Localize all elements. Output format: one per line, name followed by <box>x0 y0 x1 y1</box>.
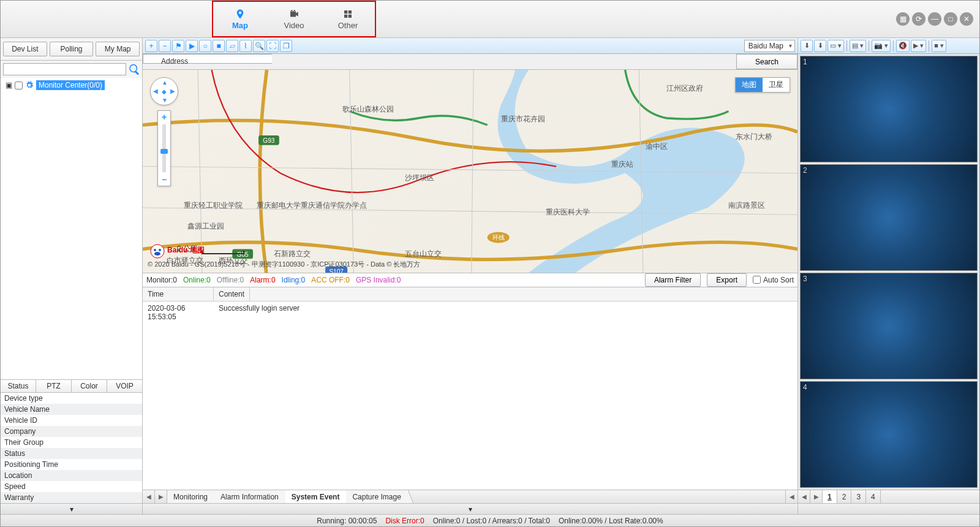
vtabs-scroll-left-icon[interactable]: ◀ <box>798 490 810 503</box>
vtab-1[interactable]: 1 <box>823 490 837 503</box>
tool-line-icon[interactable]: ⌇ <box>239 40 252 52</box>
proptab-color[interactable]: Color <box>72 380 107 392</box>
svg-text:江州区政府: 江州区政府 <box>666 84 703 93</box>
minimize-icon[interactable]: — <box>928 12 941 26</box>
map-pan-control[interactable]: ▲ ▼ ◀ ▶ <box>150 77 178 105</box>
vtab-3[interactable]: 3 <box>851 490 866 503</box>
tool-zoom-icon[interactable]: 🔍 <box>253 40 265 52</box>
video-cell-3[interactable]: 3 <box>800 273 978 379</box>
device-tree[interactable]: ▣ Monitor Center(0/0) <box>1 78 142 379</box>
property-list: Device type Vehicle Name Vehicle ID Comp… <box>1 393 142 503</box>
svg-text:重庆医科大学: 重庆医科大学 <box>546 208 590 216</box>
vid-mute-icon[interactable]: 🔇 <box>896 40 910 52</box>
alarm-filter-button[interactable]: Alarm Filter <box>645 273 701 287</box>
tab-monitoring[interactable]: Monitoring <box>167 490 214 503</box>
pan-down-icon[interactable]: ▼ <box>162 97 168 104</box>
close-icon[interactable]: ✕ <box>960 12 973 26</box>
svg-text:石新路立交: 石新路立交 <box>274 249 311 258</box>
map-provider-select[interactable]: Baidu Map <box>744 40 795 52</box>
vid-stop-icon[interactable]: ■ ▾ <box>932 40 946 52</box>
pan-left-icon[interactable]: ◀ <box>153 88 158 94</box>
tree-expand-icon[interactable]: ▣ <box>6 81 12 89</box>
sync-icon[interactable]: ⟳ <box>912 12 925 26</box>
tree-root-node[interactable]: ▣ Monitor Center(0/0) <box>6 80 137 90</box>
proptab-ptz[interactable]: PTZ <box>36 380 72 392</box>
tool-rect-icon[interactable]: ■ <box>213 40 225 52</box>
svg-text:南滨路景区: 南滨路景区 <box>728 201 765 210</box>
search-button[interactable]: Search <box>736 54 797 69</box>
video-cell-2[interactable]: 2 <box>800 164 978 271</box>
vid-screen-icon[interactable]: ▭ ▾ <box>827 40 844 52</box>
vid-layout-icon[interactable]: ▤ ▾ <box>850 40 866 52</box>
vid-down1-icon[interactable]: ⬇ <box>801 40 813 52</box>
export-button[interactable]: Export <box>707 273 747 287</box>
map-type-satellite[interactable]: 卫星 <box>763 78 790 92</box>
svg-text:鑫源工业园: 鑫源工业园 <box>187 222 224 230</box>
tool-polygon-icon[interactable]: ▱ <box>226 40 238 52</box>
svg-text:环线: 环线 <box>492 234 505 241</box>
tool-add-icon[interactable]: + <box>145 40 157 52</box>
pan-right-icon[interactable]: ▶ <box>170 88 175 94</box>
address-input[interactable] <box>143 54 272 64</box>
tab-other[interactable]: Other <box>321 2 375 36</box>
window-controls: ▦ ⟳ — □ ✕ <box>896 12 973 26</box>
video-cell-4[interactable]: 4 <box>800 381 978 488</box>
pan-up-icon[interactable]: ▲ <box>162 79 168 86</box>
tabs-scroll-left-icon[interactable]: ◀ <box>143 490 155 503</box>
tab-other-label: Other <box>338 21 358 30</box>
center-collapse-icon[interactable]: ▾ <box>143 503 797 514</box>
tab-devlist[interactable]: Dev List <box>3 42 47 56</box>
prop-row: Location <box>1 470 142 481</box>
right-footer <box>798 503 979 514</box>
tool-circle-icon[interactable]: ○ <box>199 40 211 52</box>
tab-system-event[interactable]: System Event <box>285 490 347 503</box>
tool-flag-icon[interactable]: ⚑ <box>172 40 184 52</box>
tab-map[interactable]: Map <box>213 2 267 36</box>
col-content[interactable]: Content <box>214 287 250 301</box>
map-zoom-control[interactable]: + − <box>157 110 171 186</box>
zoom-in-icon[interactable]: + <box>158 111 170 123</box>
tabs-scroll-right-icon[interactable]: ▶ <box>155 490 167 503</box>
left-collapse-icon[interactable]: ▾ <box>1 503 142 514</box>
vtab-2[interactable]: 2 <box>837 490 852 503</box>
maximize-icon[interactable]: □ <box>944 12 957 26</box>
zoom-slider[interactable] <box>162 124 166 172</box>
vtab-4[interactable]: 4 <box>866 490 881 503</box>
vid-down2-icon[interactable]: ⬇ <box>814 40 826 52</box>
center-panel: + − ⚑ ▶ ○ ■ ▱ ⌇ 🔍 ⛶ ❐ Baidu Map Address … <box>143 38 798 514</box>
tabs-scroll-left2-icon[interactable]: ◀ <box>785 490 797 503</box>
tool-fullscreen-icon[interactable]: ⛶ <box>266 40 279 52</box>
tree-root-checkbox[interactable] <box>15 82 23 89</box>
status-gps: GPS Invalid:0 <box>356 276 401 284</box>
table-row[interactable]: 2020-03-06 15:53:05 Successfully login s… <box>143 301 797 324</box>
event-table: Time Content 2020-03-06 15:53:05 Success… <box>143 287 797 490</box>
tab-capture-image[interactable]: Capture Image <box>346 490 407 503</box>
vid-camera-icon[interactable]: 📷 ▾ <box>872 40 891 52</box>
tab-alarm-info[interactable]: Alarm Information <box>214 490 285 503</box>
zoom-out-icon[interactable]: − <box>158 173 170 186</box>
tab-video[interactable]: Video <box>267 2 321 36</box>
tab-video-label: Video <box>284 21 304 30</box>
tool-remove-icon[interactable]: − <box>159 40 171 52</box>
vtabs-scroll-right-icon[interactable]: ▶ <box>810 490 823 503</box>
search-icon[interactable] <box>129 64 140 75</box>
map-type-map[interactable]: 地图 <box>736 78 763 92</box>
col-time[interactable]: Time <box>143 287 214 301</box>
vid-play-icon[interactable]: ▶ ▾ <box>911 40 926 52</box>
tool-play-icon[interactable]: ▶ <box>186 40 198 52</box>
prop-row: Vehicle Name <box>1 404 142 415</box>
prop-row: Company <box>1 426 142 437</box>
map-logo-text: Baidu 地图 <box>167 245 205 256</box>
svg-text:重庆站: 重庆站 <box>611 160 633 169</box>
tab-polling[interactable]: Polling <box>50 42 94 56</box>
map-canvas[interactable]: 九龙坡区 沙坪坝区 大渡口区 渝中区 石新路立交 西环立交 白市驿立交 五台山立… <box>143 70 797 273</box>
proptab-voip[interactable]: VOIP <box>107 380 142 392</box>
video-cell-1[interactable]: 1 <box>800 56 978 162</box>
svg-text:G93: G93 <box>263 137 274 144</box>
device-search-input[interactable] <box>3 63 126 75</box>
auto-sort-checkbox[interactable]: Auto Sort <box>753 276 794 284</box>
tab-mymap[interactable]: My Map <box>96 42 140 56</box>
tool-window-icon[interactable]: ❐ <box>280 40 292 52</box>
apps-icon[interactable]: ▦ <box>896 12 910 26</box>
proptab-status[interactable]: Status <box>1 380 36 392</box>
